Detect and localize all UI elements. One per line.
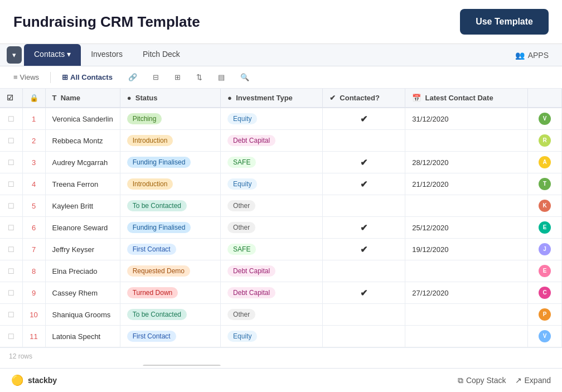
tab-investors[interactable]: Investors: [81, 44, 133, 66]
row-contacted: [323, 326, 405, 347]
group-button[interactable]: ⊞: [170, 71, 185, 84]
tab-collapse-button[interactable]: ▾: [7, 46, 22, 64]
link-icon-button[interactable]: 🔗: [124, 71, 142, 84]
table-row[interactable]: ☐1Veronica SanderlinPitchingEquity✔31/12…: [0, 108, 562, 130]
status-badge: To be Contacted: [127, 200, 187, 211]
avatar: V: [539, 113, 551, 125]
row-checkbox[interactable]: ☐: [0, 239, 22, 260]
brand-area: 🟡 stackby: [11, 374, 57, 386]
row-checkbox[interactable]: ☐: [0, 152, 22, 173]
sort-button[interactable]: ⇅: [192, 71, 207, 84]
row-avatar: C: [528, 282, 562, 304]
row-checkbox[interactable]: ☐: [0, 217, 22, 239]
link-icon: 🔗: [128, 73, 137, 81]
status-badge: Funding Finalised: [127, 157, 191, 168]
row-status: Funding Finalised: [120, 152, 220, 173]
row-name: Eleanore Seward: [45, 217, 120, 239]
row-investment-type: Equity: [221, 108, 323, 130]
page-title: Fundraising CRM Template: [13, 13, 200, 31]
avatar: P: [539, 308, 551, 321]
status-badge: First Contact: [127, 244, 176, 255]
investment-badge: Other: [227, 200, 255, 211]
table-row[interactable]: ☐9Cassey RhemTurned DownDebt Capital✔27/…: [0, 282, 562, 304]
avatar: E: [539, 221, 551, 234]
row-number: 2: [22, 130, 45, 152]
row-status: First Contact: [120, 239, 220, 260]
table-row[interactable]: ☐2Rebbeca MontzIntroductionDebt CapitalR: [0, 130, 562, 152]
brand-logo-icon: 🟡: [11, 374, 23, 386]
table-row[interactable]: ☐3Audrey McgarrahFunding FinalisedSAFE✔2…: [0, 152, 562, 173]
row-name: Latonia Specht: [45, 326, 120, 347]
row-contact-date: [405, 326, 528, 347]
col-contacted: ✔ Contacted?: [323, 89, 405, 108]
row-checkbox[interactable]: ☐: [0, 108, 22, 130]
status-badge: To be Contacted: [127, 309, 187, 320]
apps-icon: 👥: [515, 51, 525, 60]
avatar: A: [539, 156, 551, 168]
table-row[interactable]: ☐6Eleanore SewardFunding FinalisedOther✔…: [0, 217, 562, 239]
row-checkbox[interactable]: ☐: [0, 260, 22, 282]
sliders-icon: ⊟: [153, 73, 159, 81]
row-status: Turned Down: [120, 282, 220, 304]
expand-icon: ↗: [515, 376, 522, 385]
row-status: Introduction: [120, 130, 220, 152]
search-button[interactable]: 🔍: [236, 71, 254, 84]
investment-badge: Equity: [227, 178, 257, 190]
all-contacts-button[interactable]: ⊞ All Contacts: [57, 71, 117, 84]
row-number: 8: [22, 260, 45, 282]
row-contact-date: 19/12/2020: [405, 239, 528, 260]
row-checkbox[interactable]: ☐: [0, 195, 22, 217]
row-checkbox[interactable]: ☐: [0, 282, 22, 304]
table-header-row: ☑ 🔒 T Name ● Status ● Investment Type ✔ …: [0, 89, 562, 108]
row-height-icon: ▤: [218, 73, 225, 81]
row-checkbox[interactable]: ☐: [0, 130, 22, 152]
status-badge: Funding Finalised: [127, 222, 191, 233]
use-template-button[interactable]: Use Template: [460, 9, 549, 35]
investment-badge: Equity: [227, 331, 257, 342]
filter-button[interactable]: ⊟: [148, 71, 163, 84]
row-checkbox[interactable]: ☐: [0, 326, 22, 347]
table-row[interactable]: ☐11Latonia SpechtFirst ContactEquityV: [0, 326, 562, 347]
copy-stack-button[interactable]: ⧉ Copy Stack: [458, 376, 506, 385]
row-number: 4: [22, 173, 45, 195]
row-height-button[interactable]: ▤: [214, 71, 229, 84]
row-contact-date: 31/12/2020: [405, 108, 528, 130]
tab-pitch-deck[interactable]: Pitch Deck: [133, 44, 190, 66]
row-name: Jeffry Keyser: [45, 239, 120, 260]
investment-badge: SAFE: [227, 157, 256, 168]
table-row[interactable]: ☐4Treena FerronIntroductionEquity✔21/12/…: [0, 173, 562, 195]
row-number: 9: [22, 282, 45, 304]
horizontal-scrollbar[interactable]: [143, 365, 221, 366]
row-name: Elna Preciado: [45, 260, 120, 282]
avatar: T: [539, 178, 551, 190]
sort-icon: ⇅: [196, 73, 202, 81]
row-checkbox[interactable]: ☐: [0, 304, 22, 326]
row-status: Requested Demo: [120, 260, 220, 282]
table-row[interactable]: ☐7Jeffry KeyserFirst ContactSAFE✔19/12/2…: [0, 239, 562, 260]
tab-contacts[interactable]: Contacts ▾: [24, 44, 81, 66]
row-avatar: V: [528, 108, 562, 130]
col-lock: 🔒: [22, 89, 45, 108]
row-investment-type: Equity: [221, 173, 323, 195]
row-count: 12 rows: [0, 347, 562, 365]
apps-button[interactable]: 👥 APPS: [508, 46, 555, 64]
row-avatar: V: [528, 326, 562, 347]
views-button[interactable]: ≡ Views: [9, 71, 43, 84]
views-icon: ≡: [13, 73, 18, 81]
expand-button[interactable]: ↗ Expand: [515, 376, 551, 385]
row-name: Cassey Rhem: [45, 282, 120, 304]
table-row[interactable]: ☐5Kayleen BrittTo be ContactedOtherK: [0, 195, 562, 217]
table-row[interactable]: ☐8Elna PreciadoRequested DemoDebt Capita…: [0, 260, 562, 282]
app-header: Fundraising CRM Template Use Template: [0, 0, 562, 44]
row-contacted: [323, 260, 405, 282]
row-avatar: R: [528, 130, 562, 152]
checkmark-icon: ✔: [360, 180, 367, 189]
status-badge: Requested Demo: [127, 265, 190, 277]
table-row[interactable]: ☐10Shaniqua GroomsTo be ContactedOtherP: [0, 304, 562, 326]
col-extra: [528, 89, 562, 108]
row-checkbox[interactable]: ☐: [0, 173, 22, 195]
group-icon: ⊞: [175, 73, 181, 81]
col-investment-type: ● Investment Type: [221, 89, 323, 108]
row-number: 5: [22, 195, 45, 217]
row-avatar: E: [528, 260, 562, 282]
